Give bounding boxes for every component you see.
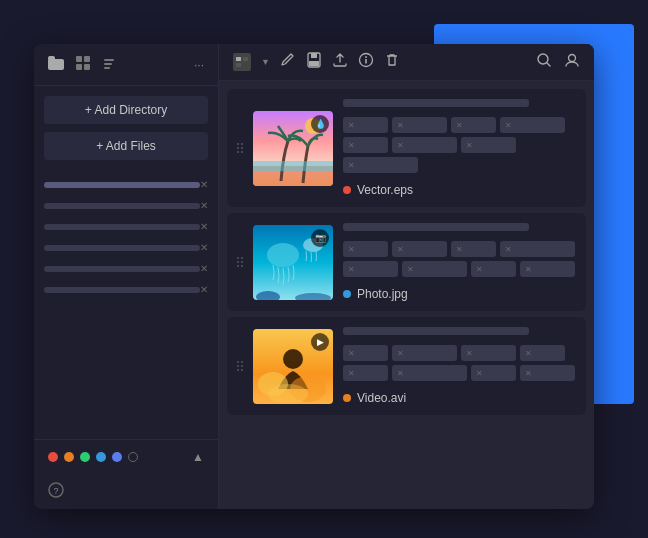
tag[interactable]: ✕ [343, 117, 388, 133]
tag-remove[interactable]: ✕ [476, 369, 483, 378]
tag[interactable]: ✕ [343, 241, 388, 257]
tag-remove[interactable]: ✕ [397, 369, 404, 378]
green-dot[interactable] [80, 452, 90, 462]
tag[interactable]: ✕ [343, 157, 418, 173]
list-item[interactable]: ✕ [34, 216, 218, 237]
drag-handle[interactable] [237, 257, 243, 267]
tag[interactable]: ✕ [471, 261, 516, 277]
search-icon[interactable] [536, 52, 552, 72]
tag-remove[interactable]: ✕ [525, 349, 532, 358]
list-item[interactable]: ✕ [34, 279, 218, 300]
red-dot[interactable] [48, 452, 58, 462]
tags-area: ✕ ✕ ✕ ✕ ✕ ✕ ✕ ✕ [343, 117, 576, 173]
add-files-button[interactable]: + Add Files [44, 132, 208, 160]
drag-handle[interactable] [237, 361, 243, 371]
tag-remove[interactable]: ✕ [397, 121, 404, 130]
close-icon[interactable]: ✕ [200, 200, 208, 211]
expand-icon[interactable]: ▲ [192, 450, 204, 464]
delete-icon[interactable] [384, 52, 400, 72]
tag-remove[interactable]: ✕ [505, 245, 512, 254]
close-icon[interactable]: ✕ [200, 284, 208, 295]
tag[interactable]: ✕ [392, 117, 447, 133]
tag-remove[interactable]: ✕ [397, 245, 404, 254]
grid-icon[interactable] [76, 56, 90, 73]
tag[interactable]: ✕ [500, 117, 565, 133]
tag-remove[interactable]: ✕ [348, 369, 355, 378]
tag[interactable]: ✕ [343, 365, 388, 381]
tags-area: ✕ ✕ ✕ ✕ ✕ ✕ ✕ ✕ [343, 345, 576, 381]
file-name-row: Photo.jpg [343, 287, 576, 301]
close-icon[interactable]: ✕ [200, 179, 208, 190]
list-item[interactable]: ✕ [34, 195, 218, 216]
tag-remove[interactable]: ✕ [348, 161, 355, 170]
tag[interactable]: ✕ [451, 117, 496, 133]
tag[interactable]: ✕ [392, 365, 467, 381]
tag[interactable]: ✕ [451, 241, 496, 257]
add-directory-button[interactable]: + Add Directory [44, 96, 208, 124]
tag[interactable]: ✕ [343, 345, 388, 361]
tag-remove[interactable]: ✕ [525, 369, 532, 378]
tag[interactable]: ✕ [471, 365, 516, 381]
tag[interactable]: ✕ [461, 345, 516, 361]
toolbar-right [536, 52, 580, 72]
tag-remove[interactable]: ✕ [407, 265, 414, 274]
tag[interactable]: ✕ [520, 365, 575, 381]
orange-dot[interactable] [64, 452, 74, 462]
svg-point-30 [283, 349, 303, 369]
file-info-video: ✕ ✕ ✕ ✕ ✕ ✕ ✕ ✕ [343, 327, 576, 405]
tag[interactable]: ✕ [520, 345, 565, 361]
tag-remove[interactable]: ✕ [348, 245, 355, 254]
tag[interactable]: ✕ [343, 137, 388, 153]
svg-rect-13 [236, 63, 241, 67]
tag-remove[interactable]: ✕ [525, 265, 532, 274]
tag-remove[interactable]: ✕ [397, 141, 404, 150]
tag-remove[interactable]: ✕ [397, 349, 404, 358]
empty-dot[interactable] [128, 452, 138, 462]
close-icon[interactable]: ✕ [200, 263, 208, 274]
tag[interactable]: ✕ [461, 137, 516, 153]
list-item[interactable]: ✕ [34, 174, 218, 195]
svg-point-26 [267, 243, 299, 267]
tag-remove[interactable]: ✕ [456, 245, 463, 254]
list-item[interactable]: ✕ [34, 258, 218, 279]
title-placeholder [343, 223, 529, 231]
tag-remove[interactable]: ✕ [476, 265, 483, 274]
tag[interactable]: ✕ [343, 261, 398, 277]
blue-dot[interactable] [96, 452, 106, 462]
more-icon[interactable]: ··· [194, 58, 204, 72]
help-button[interactable]: ? [34, 474, 218, 509]
edit-icon[interactable] [280, 53, 296, 72]
tag-remove[interactable]: ✕ [348, 141, 355, 150]
tag-remove[interactable]: ✕ [466, 141, 473, 150]
tags-row: ✕ ✕ ✕ ✕ [343, 365, 576, 381]
blue2-dot[interactable] [112, 452, 122, 462]
info-icon[interactable] [358, 52, 374, 72]
tag-remove[interactable]: ✕ [348, 349, 355, 358]
tag-remove[interactable]: ✕ [466, 349, 473, 358]
save-icon[interactable] [306, 52, 322, 72]
text-icon[interactable] [102, 56, 116, 73]
tag-remove[interactable]: ✕ [456, 121, 463, 130]
close-icon[interactable]: ✕ [200, 221, 208, 232]
tag[interactable]: ✕ [392, 345, 457, 361]
tag[interactable]: ✕ [402, 261, 467, 277]
upload-icon[interactable] [332, 52, 348, 72]
tag-remove[interactable]: ✕ [505, 121, 512, 130]
chevron-down-icon[interactable]: ▼ [261, 57, 270, 67]
thumbnail-size-selector[interactable] [233, 53, 251, 71]
play-icon: ▶ [311, 333, 329, 351]
svg-rect-12 [243, 57, 248, 61]
folder-icon[interactable] [48, 56, 64, 73]
user-icon[interactable] [564, 52, 580, 72]
tag-remove[interactable]: ✕ [348, 121, 355, 130]
tag[interactable]: ✕ [392, 241, 447, 257]
tag[interactable]: ✕ [500, 241, 575, 257]
drag-handle[interactable] [237, 143, 243, 153]
tag[interactable]: ✕ [392, 137, 457, 153]
tag-remove[interactable]: ✕ [348, 265, 355, 274]
svg-rect-11 [236, 57, 241, 61]
close-icon[interactable]: ✕ [200, 242, 208, 253]
list-item[interactable]: ✕ [34, 237, 218, 258]
file-name: Vector.eps [357, 183, 413, 197]
tag[interactable]: ✕ [520, 261, 575, 277]
